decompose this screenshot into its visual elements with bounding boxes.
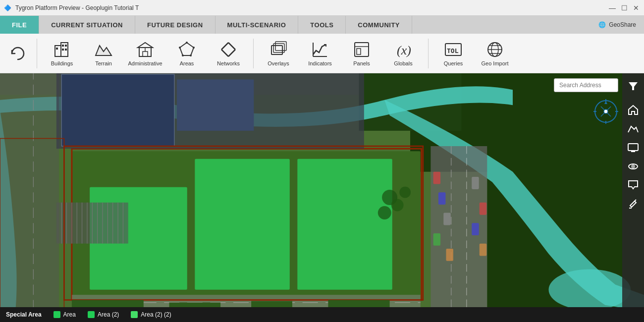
- svg-rect-82: [472, 177, 479, 189]
- svg-rect-79: [443, 213, 450, 225]
- title-bar: 🔷 Tygron Platform Preview - Geoplugin Tu…: [0, 0, 644, 16]
- legend-item-area2: Area (2): [88, 311, 119, 318]
- tab-community[interactable]: COMMUNITY: [346, 16, 412, 34]
- svg-rect-5: [65, 45, 67, 47]
- tool-areas[interactable]: Areas: [167, 36, 207, 71]
- tool-queries-label: Queries: [444, 60, 463, 66]
- search-input[interactable]: [554, 78, 618, 92]
- display-button[interactable]: [624, 139, 642, 157]
- edit-button[interactable]: [624, 195, 642, 213]
- app-icon: 🔷: [4, 4, 11, 11]
- chat-button[interactable]: [624, 176, 642, 194]
- tool-panels[interactable]: Panels: [342, 36, 381, 71]
- map-view: [0, 73, 644, 307]
- tool-indicators-label: Indicators: [308, 60, 332, 66]
- tab-tools[interactable]: TOOLS: [298, 16, 346, 34]
- toolbar-separator-2: [253, 39, 254, 68]
- toolbar: Buildings Terrain Administrative Areas: [0, 34, 644, 73]
- areas-icon: [178, 41, 196, 58]
- globals-icon: (x): [394, 41, 412, 58]
- tool-indicators[interactable]: Indicators: [300, 36, 340, 71]
- queries-icon: TOL: [444, 41, 462, 58]
- indicators-icon: [311, 41, 329, 58]
- tab-bar: FILE CURRENT SITUATION FUTURE DESIGN MUL…: [0, 16, 644, 34]
- svg-rect-7: [65, 49, 67, 51]
- tab-future-design[interactable]: FUTURE DESIGN: [135, 16, 215, 34]
- svg-point-89: [391, 199, 404, 212]
- layers-button[interactable]: [624, 158, 642, 175]
- svg-marker-14: [180, 43, 194, 55]
- svg-text:TOL: TOL: [447, 47, 459, 54]
- tool-buildings[interactable]: Buildings: [42, 36, 82, 71]
- svg-rect-98: [328, 300, 389, 307]
- networks-icon: [219, 41, 237, 58]
- home-button[interactable]: [624, 101, 642, 119]
- tool-overlays-label: Overlays: [268, 60, 289, 66]
- svg-text:(x): (x): [397, 43, 411, 57]
- tool-terrain[interactable]: Terrain: [84, 36, 123, 71]
- compass: [593, 99, 618, 124]
- tool-overlays[interactable]: Overlays: [259, 36, 298, 71]
- tab-multi-scenario[interactable]: MULTI-SCENARIO: [215, 16, 299, 34]
- svg-rect-96: [169, 303, 221, 307]
- tool-administrative-label: Administrative: [128, 60, 162, 66]
- svg-rect-6: [62, 49, 64, 51]
- svg-rect-58: [177, 79, 254, 131]
- tool-networks[interactable]: Networks: [209, 36, 248, 71]
- svg-marker-9: [96, 46, 111, 55]
- svg-point-17: [190, 54, 192, 56]
- legend-label-area: Area: [63, 311, 76, 318]
- compass-container: [593, 99, 618, 126]
- svg-line-20: [221, 43, 228, 50]
- svg-rect-3: [56, 48, 58, 50]
- toolbar-separator-3: [428, 39, 429, 68]
- tool-administrative[interactable]: Administrative: [125, 36, 165, 71]
- legend-item-area: Area: [54, 311, 76, 318]
- legend-label-area2: Area (2): [98, 311, 119, 318]
- refresh-button[interactable]: [4, 40, 32, 67]
- svg-rect-81: [446, 249, 453, 261]
- svg-rect-54: [0, 73, 59, 307]
- svg-marker-101: [604, 101, 607, 104]
- close-button[interactable]: ✕: [632, 4, 640, 12]
- legend-label-area22: Area (2) (2): [141, 311, 171, 318]
- maximize-button[interactable]: ☐: [620, 4, 628, 12]
- tool-areas-label: Areas: [180, 60, 194, 66]
- tab-file[interactable]: FILE: [0, 16, 39, 34]
- svg-rect-31: [357, 49, 361, 54]
- svg-line-23: [228, 50, 235, 56]
- geoshare-button[interactable]: 🌐 GeoShare: [590, 16, 644, 34]
- svg-point-15: [186, 42, 188, 44]
- svg-rect-12: [143, 52, 148, 56]
- geoshare-label: GeoShare: [609, 21, 636, 28]
- tool-networks-label: Networks: [217, 60, 240, 66]
- tool-panels-label: Panels: [353, 60, 370, 66]
- svg-marker-11: [138, 43, 153, 48]
- tab-current-situation[interactable]: CURRENT SITUATION: [39, 16, 135, 34]
- window-title: Tygron Platform Preview - Geoplugin Tuto…: [15, 4, 139, 11]
- svg-rect-95: [72, 300, 144, 307]
- tool-queries[interactable]: TOL Queries: [433, 36, 473, 71]
- filter-button[interactable]: [624, 77, 642, 95]
- svg-rect-57: [61, 74, 174, 146]
- map-area[interactable]: [0, 73, 644, 307]
- legend-color-area22: [131, 311, 138, 318]
- svg-point-90: [378, 206, 391, 219]
- tool-geo-import[interactable]: Geo Import: [475, 36, 515, 71]
- geoshare-icon: 🌐: [598, 21, 606, 28]
- title-bar-controls: — ☐ ✕: [608, 4, 640, 12]
- legend-bar: Special Area Area Area (2) Area (2) (2): [0, 307, 644, 322]
- svg-rect-77: [433, 172, 440, 184]
- legend-color-area2: [88, 311, 95, 318]
- svg-line-115: [635, 200, 636, 201]
- svg-point-91: [399, 187, 411, 198]
- svg-rect-84: [472, 223, 479, 235]
- tool-globals[interactable]: (x) Globals: [383, 36, 423, 71]
- tool-globals-label: Globals: [394, 60, 412, 66]
- minimize-button[interactable]: —: [608, 4, 616, 12]
- svg-line-21: [228, 43, 235, 50]
- tool-geo-import-label: Geo Import: [481, 60, 508, 66]
- terrain-view-button[interactable]: [624, 120, 642, 138]
- svg-rect-51: [297, 159, 392, 290]
- svg-point-18: [182, 54, 184, 56]
